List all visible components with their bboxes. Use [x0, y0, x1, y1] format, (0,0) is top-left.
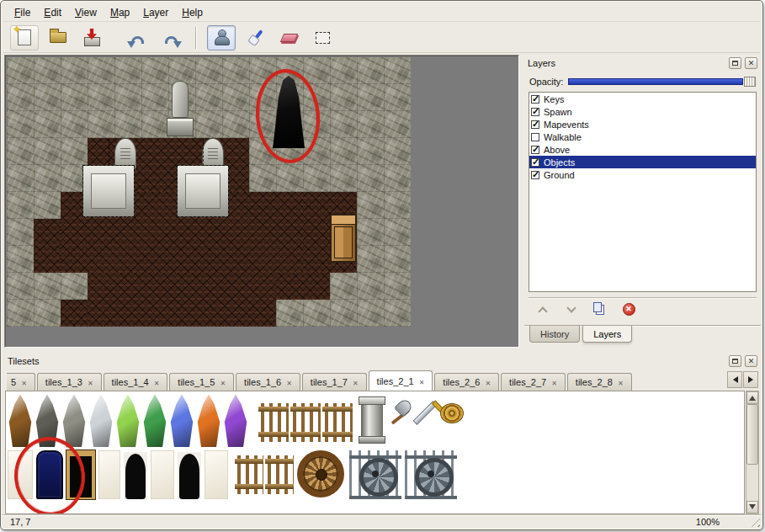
layer-visibility-checkbox[interactable] [531, 95, 539, 104]
tileset-tab-5[interactable]: 5 [7, 373, 35, 391]
menu-edit[interactable]: Edit [38, 4, 67, 21]
opacity-slider-handle[interactable] [744, 77, 756, 87]
tab-history[interactable]: History [529, 326, 580, 343]
layer-visibility-checkbox[interactable] [531, 146, 539, 154]
menu-help[interactable]: Help [176, 4, 209, 21]
menu-file[interactable]: File [8, 4, 36, 21]
tile-rails[interactable] [322, 403, 353, 442]
duplicate-layer-button[interactable] [589, 301, 611, 319]
tilesets-close-button[interactable] [745, 355, 757, 367]
tileset-tab-tiles_1_3[interactable]: tiles_1_3 [37, 373, 102, 391]
tile-arch-door[interactable] [124, 452, 147, 499]
tileset-tab-tiles_1_4[interactable]: tiles_1_4 [104, 373, 168, 391]
open-button[interactable] [44, 25, 72, 51]
layer-visibility-checkbox[interactable] [531, 133, 539, 141]
close-tab-icon[interactable] [21, 377, 27, 387]
opacity-slider-track[interactable] [568, 78, 743, 85]
tile-pale-tile[interactable] [98, 450, 120, 499]
layer-row-spawn[interactable]: Spawn [529, 105, 756, 118]
tile-sword[interactable] [415, 398, 437, 442]
layer-row-keys[interactable]: Keys [529, 93, 756, 105]
layer-visibility-checkbox[interactable] [531, 108, 539, 116]
tileset-tab-tiles_1_7[interactable]: tiles_1_7 [302, 373, 367, 391]
menu-map[interactable]: Map [104, 4, 135, 21]
tile-rails[interactable] [265, 455, 294, 494]
move-layer-up-button[interactable] [532, 301, 554, 319]
select-tool-button[interactable] [308, 25, 337, 51]
tile-column[interactable] [361, 396, 383, 444]
layer-row-ground[interactable]: Ground [529, 168, 756, 181]
close-tab-icon[interactable] [551, 377, 557, 387]
tileset-tab-tiles_2_7[interactable]: tiles_2_7 [501, 373, 566, 391]
tile-fence-wheel[interactable] [349, 450, 401, 499]
tile-rails[interactable] [290, 403, 321, 442]
tile-pale-tile[interactable] [151, 450, 174, 499]
opacity-slider[interactable] [568, 76, 756, 88]
tab-scroll-right-button[interactable] [743, 371, 758, 388]
layer-visibility-checkbox[interactable] [531, 158, 539, 167]
resize-grip[interactable] [749, 516, 760, 527]
close-tab-icon[interactable] [154, 377, 160, 387]
layers-close-button[interactable] [745, 57, 757, 69]
tile-crystal[interactable] [196, 395, 221, 447]
tileset-tab-tiles_1_5[interactable]: tiles_1_5 [169, 373, 234, 391]
redo-button[interactable] [157, 25, 185, 51]
close-tab-icon[interactable] [220, 377, 226, 387]
tile-crystal[interactable] [88, 395, 114, 447]
save-button[interactable] [77, 25, 106, 51]
layer-row-objects[interactable]: Objects [529, 156, 756, 168]
tile-crystal[interactable] [223, 395, 248, 447]
tile-shovel[interactable] [388, 398, 412, 442]
tile-crystal[interactable] [8, 395, 33, 447]
tileset-tab-tiles_2_1[interactable]: tiles_2_1 [369, 370, 433, 391]
tilesets-float-button[interactable] [729, 355, 741, 367]
layer-row-mapevents[interactable]: Mapevents [529, 118, 756, 130]
tab-scroll-left-button[interactable] [727, 371, 742, 388]
tab-layers[interactable]: Layers [582, 326, 632, 343]
tile-crystal[interactable] [142, 395, 167, 447]
close-tab-icon[interactable] [485, 377, 491, 387]
close-tab-icon[interactable] [88, 377, 93, 387]
tileset-tab-tiles_2_6[interactable]: tiles_2_6 [434, 373, 499, 391]
move-layer-down-button[interactable] [560, 301, 582, 319]
layer-name: Walkable [544, 132, 582, 142]
tile-pale-tile[interactable] [205, 450, 228, 499]
stamp-tool-button[interactable] [207, 25, 236, 51]
close-tab-icon[interactable] [286, 377, 292, 387]
tile-crystal[interactable] [115, 395, 141, 447]
undo-button[interactable] [123, 25, 151, 51]
scroll-up-button[interactable] [746, 391, 758, 404]
tileset-canvas[interactable] [5, 391, 745, 514]
tile-rope-coil[interactable] [440, 403, 464, 423]
close-tab-icon[interactable] [353, 377, 359, 387]
brush-tool-button[interactable] [241, 25, 269, 51]
map-canvas[interactable] [7, 57, 411, 327]
tileset-tab-tiles_2_8[interactable]: tiles_2_8 [567, 373, 632, 391]
scrollbar-thumb[interactable] [746, 404, 758, 465]
tile-crystal[interactable] [61, 395, 87, 447]
tile-rails[interactable] [258, 403, 289, 442]
layer-name: Spawn [544, 107, 572, 117]
menu-view[interactable]: View [69, 4, 103, 21]
layer-row-above[interactable]: Above [529, 143, 756, 156]
layer-row-walkable[interactable]: Walkable [529, 130, 756, 143]
delete-layer-button[interactable] [618, 301, 640, 319]
layer-visibility-checkbox[interactable] [531, 120, 539, 129]
tileset-tab-tiles_1_6[interactable]: tiles_1_6 [236, 373, 300, 391]
tile-arch-door[interactable] [178, 452, 201, 499]
new-map-button[interactable] [10, 25, 39, 51]
tab-label: tiles_1_4 [112, 377, 149, 387]
layer-visibility-checkbox[interactable] [531, 171, 539, 179]
tile-wheel[interactable] [297, 450, 344, 497]
close-tab-icon[interactable] [419, 376, 425, 386]
tile-rails[interactable] [235, 455, 263, 494]
tileset-scrollbar[interactable] [746, 391, 759, 514]
menu-layer[interactable]: Layer [137, 4, 174, 21]
close-tab-icon[interactable] [618, 377, 624, 387]
open-folder-icon [50, 32, 66, 43]
layers-float-button[interactable] [729, 57, 741, 69]
scroll-down-button[interactable] [746, 501, 758, 513]
tile-fence-wheel[interactable] [405, 450, 457, 499]
eraser-tool-button[interactable] [274, 25, 303, 51]
tile-crystal[interactable] [169, 395, 194, 447]
